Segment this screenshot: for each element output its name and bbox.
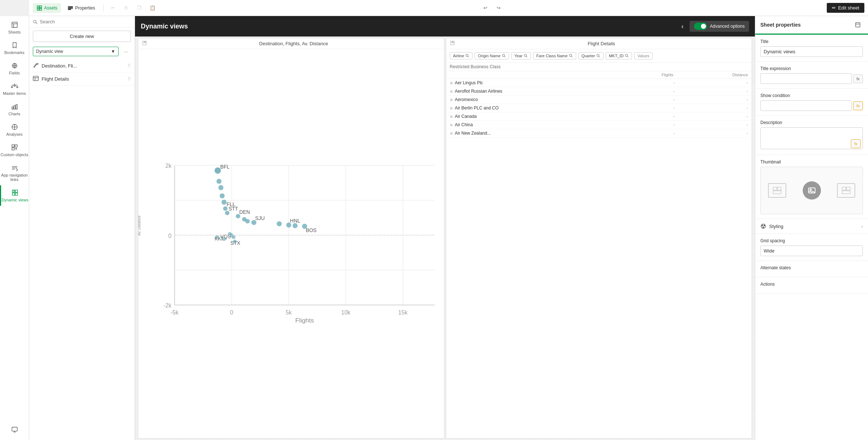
table-row[interactable]: ⊕ Aeroflot Russian Airlines - - (446, 87, 752, 96)
search-icon-airline (466, 54, 469, 58)
edit-sheet-button[interactable]: ✏ Edit sheet (827, 3, 864, 13)
svg-point-103 (466, 54, 468, 57)
dynamic-view-dropdown[interactable]: Dynamic view ▼ (33, 47, 119, 56)
scatter-chart-card: Destination, Flights, Av. Distance Av. D… (138, 38, 444, 439)
search-bar (29, 16, 135, 28)
image-icon (808, 186, 816, 194)
sidebar-item-sheets[interactable]: Sheets (0, 18, 29, 38)
copy-btn[interactable]: ⎘ (121, 3, 131, 13)
right-panel-title: Sheet properties (760, 22, 801, 28)
sidebar-item-bottom[interactable] (11, 422, 18, 437)
fare-class-filter[interactable]: Fare Class Name (533, 52, 576, 59)
cut-btn[interactable]: ✂ (108, 3, 118, 13)
svg-rect-123 (846, 187, 850, 190)
dv-chevron[interactable]: ‹ (682, 23, 684, 30)
sidebar-item-fields[interactable]: Fields (0, 58, 29, 79)
origin-name-filter[interactable]: Origin Name (475, 52, 509, 59)
svg-rect-27 (15, 145, 17, 147)
airline-filter[interactable]: Airline (450, 52, 473, 59)
table-row[interactable]: ⊕ Air China - - (446, 121, 752, 129)
table-row[interactable]: ⊕ Aer Lingus Plc - - (446, 79, 752, 87)
svg-line-42 (36, 23, 37, 24)
list-item-destination[interactable]: Destination, Fli... ⠿ (29, 59, 135, 73)
row-icon-3: ⊕ (450, 106, 453, 110)
description-label: Description (760, 120, 863, 125)
sidebar-item-analyses[interactable]: Analyses (0, 120, 29, 140)
description-textarea[interactable] (760, 127, 863, 149)
sidebar-item-custom-objects[interactable]: Custom objects (0, 140, 29, 161)
svg-point-97 (215, 235, 219, 239)
charts-icon (11, 103, 18, 110)
svg-text:10k: 10k (341, 309, 350, 316)
assets-tab[interactable]: Assets (33, 3, 61, 13)
table-row[interactable]: ⊕ Air Berlin PLC and CO - - (446, 104, 752, 112)
alternate-states-label: Alternate states (760, 265, 863, 270)
search-input[interactable] (40, 19, 131, 24)
show-condition-input[interactable] (760, 100, 852, 111)
table-row[interactable]: ⊕ Aeromexico - - (446, 96, 752, 104)
title-expression-input[interactable] (760, 73, 852, 84)
search-icon-fare (569, 54, 573, 58)
scatter-chart-title: Destination, Flights, Av. Distance (147, 41, 440, 46)
flight-details-title: Flight Details (455, 41, 748, 46)
quarter-filter[interactable]: Quarter (578, 52, 603, 59)
table-row[interactable]: ⊕ Air New Zealand... - - (446, 129, 752, 138)
panel-icon-btn[interactable] (853, 20, 863, 30)
sidebar-item-charts[interactable]: Charts (0, 99, 29, 120)
toggle-knob (701, 24, 706, 29)
svg-point-71 (216, 179, 221, 184)
dv-header: Dynamic views ‹ Advanced options (135, 16, 755, 36)
show-condition-fx-btn[interactable]: fx (853, 101, 863, 110)
svg-point-88 (293, 223, 298, 228)
export-icon-scatter[interactable] (142, 40, 147, 47)
bookmarks-icon (11, 42, 18, 49)
svg-rect-33 (15, 190, 18, 192)
title-input[interactable] (760, 46, 863, 57)
toolbar-separator (103, 4, 104, 12)
svg-rect-124 (842, 191, 850, 194)
svg-point-41 (34, 20, 36, 23)
svg-point-121 (810, 189, 811, 190)
title-expression-label: Title expression (760, 66, 863, 71)
table-row[interactable]: ⊕ Air Canada - - (446, 112, 752, 121)
title-expression-fx-btn[interactable]: fx (853, 74, 863, 83)
sidebar-item-app-nav[interactable]: App navigation links (0, 161, 29, 185)
svg-point-111 (597, 54, 599, 57)
paste-btn[interactable]: 📋 (147, 3, 158, 13)
svg-point-74 (221, 200, 227, 205)
grid-spacing-select-row: Wide Medium Narrow (760, 246, 863, 256)
undo-btn[interactable]: ↩ (481, 3, 491, 13)
mkt-id-filter[interactable]: MKT_ID (606, 52, 632, 59)
list-item-flight-details[interactable]: Flight Details ⠿ (29, 73, 135, 86)
sheet-content: Destination, Flights, Av. Distance Av. D… (136, 36, 753, 440)
properties-label: Properties (75, 5, 95, 11)
thumbnail-section: Thumbnail (755, 155, 868, 219)
svg-point-44 (35, 65, 36, 66)
master-items-icon (11, 82, 18, 90)
export-icon-table[interactable] (450, 40, 455, 47)
advanced-options-toggle[interactable]: Advanced options (690, 21, 749, 32)
more-options-btn[interactable]: ··· (121, 46, 131, 57)
flight-details-card: Flight Details Airline Origin Name Year … (446, 38, 752, 439)
styling-row[interactable]: Styling › (755, 219, 868, 234)
sidebar-item-bookmarks[interactable]: Bookmarks (0, 38, 29, 58)
redo-btn[interactable]: ↪ (494, 3, 504, 13)
create-new-button[interactable]: Create new (33, 31, 131, 42)
multi-copy-btn[interactable]: ❐ (134, 3, 144, 13)
year-filter[interactable]: Year (511, 52, 531, 59)
thumbnail-upload-btn[interactable] (803, 181, 821, 200)
svg-text:HNL: HNL (290, 218, 300, 224)
sidebar-item-master-items[interactable]: Master items (0, 79, 29, 99)
master-items-label: Master items (3, 91, 26, 96)
description-fx-btn[interactable]: fx (851, 139, 861, 148)
grid-spacing-select[interactable]: Wide Medium Narrow (760, 246, 863, 256)
properties-tab[interactable]: Properties (64, 3, 99, 13)
svg-rect-1 (40, 6, 42, 8)
svg-line-108 (526, 57, 528, 58)
sidebar-item-dynamic-views[interactable]: Dynamic views (0, 185, 29, 206)
svg-point-98 (222, 237, 226, 241)
dropdown-row: Dynamic view ▼ ··· (29, 45, 135, 59)
thumbnail-right-icon (837, 183, 855, 198)
svg-rect-35 (15, 193, 18, 195)
layout-icon-right (842, 187, 850, 194)
